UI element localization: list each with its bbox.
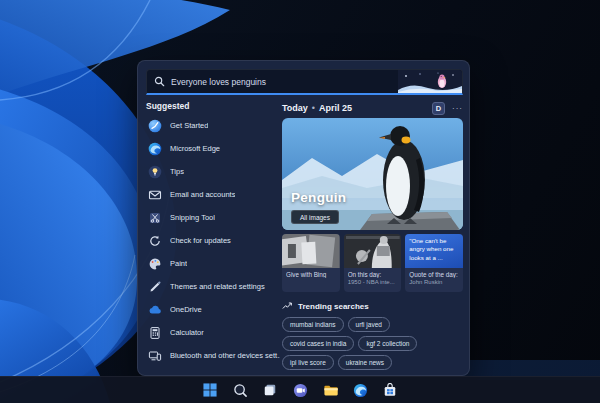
store-button[interactable] <box>381 381 399 399</box>
sidebar-item-label: Snipping Tool <box>170 213 215 222</box>
avatar[interactable]: D <box>432 102 445 115</box>
cards-row: Give with Bing On this day: <box>282 234 463 292</box>
file-explorer-icon <box>323 383 338 398</box>
trending-pill[interactable]: covid cases in india <box>282 336 354 351</box>
quote-text: "One can't be angry when one looks at a … <box>409 237 459 262</box>
card-on-this-day[interactable]: On this day: 1950 - NBA inte... <box>344 234 402 292</box>
search-flyout-panel: Suggested Get Started Microsoft Edge <box>137 60 470 376</box>
card-title: Quote of the day: <box>409 271 459 278</box>
hero-title: Penguin <box>291 190 346 205</box>
calculator-icon <box>148 326 162 340</box>
trending-icon <box>282 301 292 311</box>
taskbar-edge-icon <box>353 383 368 398</box>
quote-tile: "One can't be angry when one looks at a … <box>405 234 463 268</box>
today-separator: • <box>312 103 315 113</box>
edge-icon <box>148 142 162 156</box>
file-explorer-button[interactable] <box>321 381 339 399</box>
desktop: Suggested Get Started Microsoft Edge <box>0 0 600 403</box>
onedrive-icon <box>148 303 162 317</box>
taskbar <box>0 376 600 403</box>
sidebar-item-label: Themes and related settings <box>170 282 265 291</box>
card-caption: Give with Bing <box>286 271 336 278</box>
start-icon <box>203 383 217 397</box>
get-started-icon <box>148 119 162 133</box>
sidebar-item-tips[interactable]: Tips <box>146 160 280 183</box>
all-images-button[interactable]: All images <box>291 210 339 224</box>
taskbar-search-icon <box>233 383 248 398</box>
suggested-title: Suggested <box>146 101 280 111</box>
today-header: Today • April 25 D ··· <box>282 101 463 115</box>
sidebar-item-onedrive[interactable]: OneDrive <box>146 298 280 321</box>
sidebar-item-bluetooth-devices[interactable]: Bluetooth and other devices sett... <box>146 344 280 367</box>
on-this-day-image <box>344 234 402 268</box>
sidebar-item-label: Email and accounts <box>170 190 235 199</box>
tips-icon <box>148 165 162 179</box>
suggested-section: Suggested Get Started Microsoft Edge <box>146 101 280 367</box>
sidebar-item-label: Calculator <box>170 328 204 337</box>
card-title: On this day: <box>348 271 398 278</box>
sidebar-item-label: Get Started <box>170 121 208 130</box>
task-view-button[interactable] <box>261 381 279 399</box>
sidebar-item-snipping-tool[interactable]: Snipping Tool <box>146 206 280 229</box>
today-label: Today <box>282 103 308 113</box>
sidebar-item-label: Check for updates <box>170 236 231 245</box>
paint-icon <box>148 257 162 271</box>
email-icon <box>148 188 162 202</box>
start-button[interactable] <box>201 381 219 399</box>
bluetooth-icon <box>148 349 162 363</box>
sidebar-item-label: Tips <box>170 167 184 176</box>
sidebar-item-paint[interactable]: Paint <box>146 252 280 275</box>
chat-button[interactable] <box>291 381 309 399</box>
edge-button[interactable] <box>351 381 369 399</box>
hero-image-card[interactable]: Penguin All images <box>282 118 463 230</box>
trending-title: Trending searches <box>298 302 369 311</box>
search-icon <box>154 76 165 87</box>
check-updates-icon <box>148 234 162 248</box>
sidebar-item-label: OneDrive <box>170 305 202 314</box>
today-date[interactable]: April 25 <box>319 103 352 113</box>
penguin-illustration <box>398 70 462 94</box>
more-options-button[interactable]: ··· <box>452 104 463 113</box>
chat-icon <box>293 383 308 398</box>
trending-pill[interactable]: ukraine news <box>338 355 392 370</box>
taskbar-search-button[interactable] <box>231 381 249 399</box>
card-subtitle: 1950 - NBA inte... <box>348 279 398 285</box>
trending-pill[interactable]: mumbai indians <box>282 317 344 332</box>
search-bar[interactable] <box>146 69 463 95</box>
sidebar-item-email-accounts[interactable]: Email and accounts <box>146 183 280 206</box>
trending-pill[interactable]: urfi javed <box>348 317 390 332</box>
card-give-with-bing[interactable]: Give with Bing <box>282 234 340 292</box>
card-subtitle: John Ruskin <box>409 279 459 285</box>
sidebar-item-themes[interactable]: Themes and related settings <box>146 275 280 298</box>
snipping-tool-icon <box>148 211 162 225</box>
themes-icon <box>148 280 162 294</box>
sidebar-item-microsoft-edge[interactable]: Microsoft Edge <box>146 137 280 160</box>
trending-pill[interactable]: ipl live score <box>282 355 334 370</box>
sidebar-item-calculator[interactable]: Calculator <box>146 321 280 344</box>
sidebar-item-label: Microsoft Edge <box>170 144 220 153</box>
task-view-icon <box>263 383 277 397</box>
today-section: Today • April 25 D ··· <box>282 101 463 370</box>
sidebar-item-label: Bluetooth and other devices sett... <box>170 351 280 360</box>
store-icon <box>383 383 397 397</box>
give-with-bing-image <box>282 234 340 268</box>
trending-pills: mumbai indians urfi javed covid cases in… <box>282 317 463 370</box>
sidebar-item-check-updates[interactable]: Check for updates <box>146 229 280 252</box>
trending-section: Trending searches mumbai indians urfi ja… <box>282 300 463 370</box>
sidebar-item-label: Paint <box>170 259 187 268</box>
trending-pill[interactable]: kgf 2 collection <box>358 336 417 351</box>
card-quote-of-the-day[interactable]: "One can't be angry when one looks at a … <box>405 234 463 292</box>
sidebar-item-get-started[interactable]: Get Started <box>146 114 280 137</box>
